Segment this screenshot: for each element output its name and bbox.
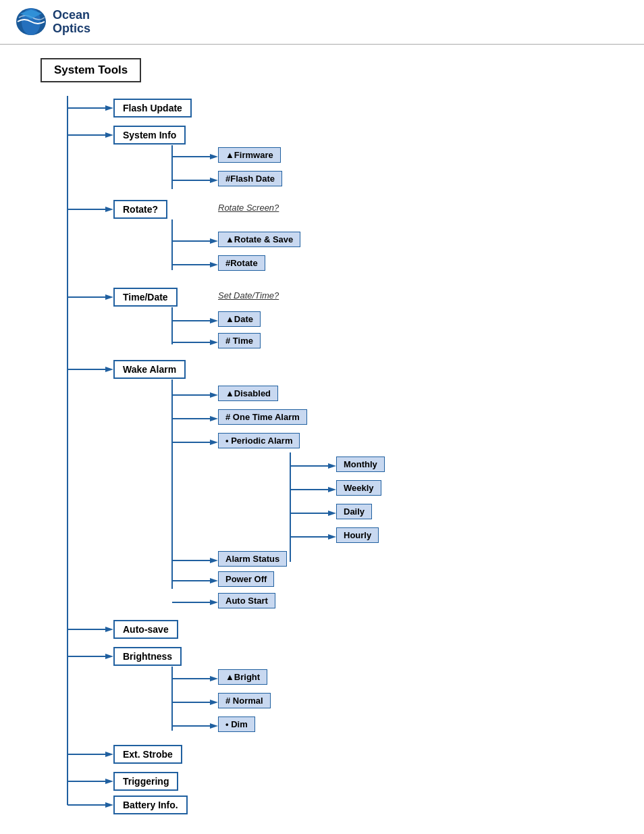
logo-icon — [14, 7, 49, 37]
svg-marker-18 — [210, 262, 218, 267]
set-date-time-annotation: Set Date/Time? — [218, 290, 279, 301]
rotate-hash-node[interactable]: #Rotate — [218, 255, 265, 271]
time-date-node[interactable]: Time/Date — [113, 288, 178, 307]
svg-marker-66 — [105, 802, 113, 808]
logo-text: Ocean Optics — [53, 9, 90, 36]
alarm-status-node[interactable]: Alarm Status — [218, 551, 287, 567]
dim-box[interactable]: • Dim — [218, 716, 255, 732]
system-tools-title: System Tools — [41, 58, 141, 82]
rotate-save-box[interactable]: ▲Rotate & Save — [218, 232, 300, 247]
auto-save-node[interactable]: Auto-save — [113, 620, 178, 639]
svg-marker-32 — [210, 416, 218, 421]
svg-marker-37 — [328, 463, 336, 469]
set-date-time-text: Set Date/Time? — [218, 290, 279, 301]
svg-marker-62 — [105, 752, 113, 757]
disabled-node[interactable]: ▲Disabled — [218, 386, 278, 401]
svg-marker-43 — [328, 534, 336, 540]
svg-marker-30 — [210, 392, 218, 398]
svg-marker-49 — [210, 600, 218, 605]
svg-marker-41 — [328, 511, 336, 516]
bright-box[interactable]: ▲Bright — [218, 669, 267, 685]
firmware-box[interactable]: ▲Firmware — [218, 147, 281, 163]
rotate-save-node[interactable]: ▲Rotate & Save — [218, 232, 300, 247]
svg-marker-34 — [210, 440, 218, 445]
wake-alarm-node[interactable]: Wake Alarm — [113, 360, 186, 379]
system-info-box[interactable]: System Info — [113, 126, 186, 145]
one-time-alarm-box[interactable]: # One Time Alarm — [218, 409, 307, 425]
auto-start-node[interactable]: Auto Start — [218, 593, 275, 608]
ext-strobe-box[interactable]: Ext. Strobe — [113, 745, 182, 764]
svg-marker-16 — [210, 238, 218, 244]
periodic-alarm-box[interactable]: • Periodic Alarm — [218, 433, 300, 448]
tree-container: Flash Update System Info ▲Firmware #Flas… — [27, 89, 608, 825]
rotate-hash-box[interactable]: #Rotate — [218, 255, 265, 271]
normal-box[interactable]: # Normal — [218, 693, 271, 708]
dim-node[interactable]: • Dim — [218, 716, 255, 732]
monthly-node[interactable]: Monthly — [336, 457, 385, 472]
hourly-node[interactable]: Hourly — [336, 527, 379, 543]
firmware-node[interactable]: ▲Firmware — [218, 147, 281, 163]
power-off-box[interactable]: Power Off — [218, 571, 274, 587]
svg-marker-9 — [210, 154, 218, 159]
svg-marker-25 — [210, 340, 218, 345]
svg-marker-6 — [105, 132, 113, 138]
svg-marker-60 — [210, 723, 218, 729]
rotate-screen-annotation: Rotate Screen? — [218, 203, 279, 213]
svg-marker-39 — [328, 487, 336, 492]
time-box[interactable]: # Time — [218, 333, 261, 348]
date-node[interactable]: ▲Date — [218, 311, 261, 327]
svg-marker-45 — [210, 558, 218, 563]
svg-marker-4 — [105, 105, 113, 111]
disabled-box[interactable]: ▲Disabled — [218, 386, 278, 401]
flash-update-box[interactable]: Flash Update — [113, 99, 192, 118]
periodic-alarm-node[interactable]: • Periodic Alarm — [218, 433, 300, 448]
rotate-screen-text: Rotate Screen? — [218, 203, 279, 213]
hourly-box[interactable]: Hourly — [336, 527, 379, 543]
svg-marker-27 — [105, 367, 113, 372]
brightness-node[interactable]: Brightness — [113, 647, 182, 666]
time-date-box[interactable]: Time/Date — [113, 288, 178, 307]
svg-marker-47 — [210, 578, 218, 583]
svg-marker-53 — [105, 654, 113, 659]
alarm-status-box[interactable]: Alarm Status — [218, 551, 287, 567]
auto-save-box[interactable]: Auto-save — [113, 620, 178, 639]
system-info-node[interactable]: System Info — [113, 126, 186, 145]
bright-node[interactable]: ▲Bright — [218, 669, 267, 685]
normal-node[interactable]: # Normal — [218, 693, 271, 708]
svg-marker-51 — [105, 627, 113, 632]
rotate-node[interactable]: Rotate? — [113, 200, 167, 219]
battery-info-node[interactable]: Battery Info. — [113, 796, 188, 814]
one-time-alarm-node[interactable]: # One Time Alarm — [218, 409, 307, 425]
battery-info-box[interactable]: Battery Info. — [113, 796, 188, 814]
weekly-node[interactable]: Weekly — [336, 480, 381, 496]
auto-start-box[interactable]: Auto Start — [218, 593, 275, 608]
flash-update-node[interactable]: Flash Update — [113, 99, 192, 118]
flash-date-node[interactable]: #Flash Date — [218, 171, 282, 186]
wake-alarm-box[interactable]: Wake Alarm — [113, 360, 186, 379]
triggering-box[interactable]: Triggering — [113, 772, 178, 791]
rotate-box[interactable]: Rotate? — [113, 200, 167, 219]
date-box[interactable]: ▲Date — [218, 311, 261, 327]
logo: Ocean Optics — [14, 7, 90, 37]
svg-marker-20 — [105, 294, 113, 300]
weekly-box[interactable]: Weekly — [336, 480, 381, 496]
svg-marker-58 — [210, 700, 218, 705]
power-off-node[interactable]: Power Off — [218, 571, 274, 587]
svg-marker-56 — [210, 676, 218, 681]
time-node[interactable]: # Time — [218, 333, 261, 348]
svg-marker-13 — [105, 207, 113, 212]
header: Ocean Optics — [0, 0, 644, 45]
brightness-box[interactable]: Brightness — [113, 647, 182, 666]
svg-marker-23 — [210, 318, 218, 323]
svg-marker-64 — [105, 779, 113, 784]
triggering-node[interactable]: Triggering — [113, 772, 178, 791]
flash-date-box[interactable]: #Flash Date — [218, 171, 282, 186]
main-content: System Tools — [0, 45, 644, 834]
ext-strobe-node[interactable]: Ext. Strobe — [113, 745, 182, 764]
daily-box[interactable]: Daily — [336, 504, 372, 519]
daily-node[interactable]: Daily — [336, 504, 372, 519]
svg-marker-11 — [210, 178, 218, 183]
monthly-box[interactable]: Monthly — [336, 457, 385, 472]
